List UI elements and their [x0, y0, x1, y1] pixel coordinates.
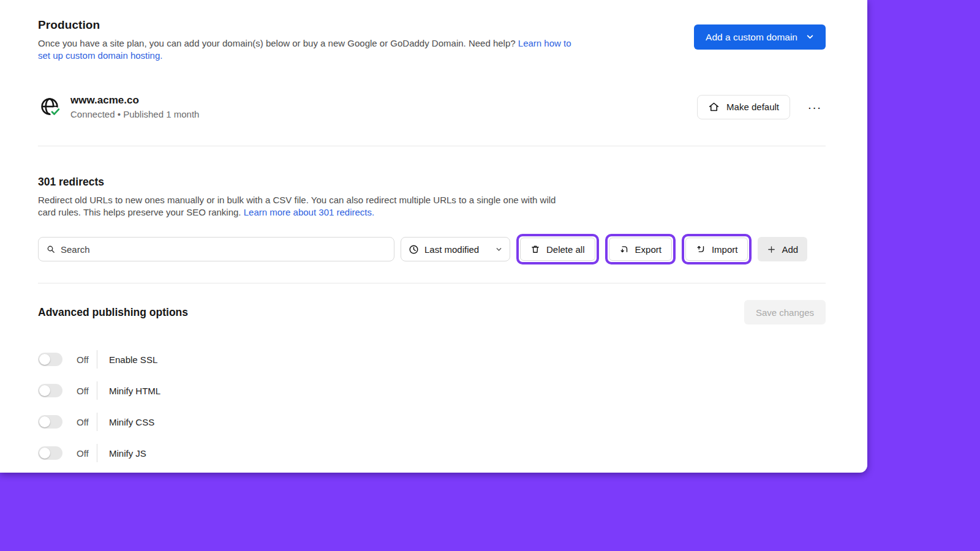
toggle-knob — [39, 385, 50, 396]
redirects-toolbar: Last modified Delete all Export — [38, 234, 826, 264]
chevron-down-icon — [806, 33, 814, 41]
toggle-separator — [97, 350, 97, 369]
import-button[interactable]: Import — [685, 238, 748, 261]
minify-js-toggle[interactable] — [38, 446, 62, 460]
export-arrow-icon — [619, 244, 629, 254]
toggle-knob — [39, 416, 50, 427]
domain-actions: Make default ··· — [697, 95, 826, 119]
export-label: Export — [635, 244, 662, 255]
toggle-separator — [97, 381, 97, 400]
import-arrow-icon — [696, 244, 706, 254]
chevron-down-icon — [496, 246, 502, 253]
toggle-label: Enable SSL — [109, 354, 157, 365]
domain-info: www.acme.co Connected • Published 1 mont… — [70, 94, 199, 119]
sort-dropdown[interactable]: Last modified — [401, 237, 510, 261]
make-default-button[interactable]: Make default — [697, 95, 790, 119]
delete-all-label: Delete all — [546, 244, 585, 255]
domain-name: www.acme.co — [70, 94, 199, 107]
add-custom-domain-button[interactable]: Add a custom domain — [694, 24, 826, 50]
production-description-text: Once you have a site plan, you can add y… — [38, 38, 518, 48]
enable-ssl-toggle[interactable] — [38, 353, 62, 366]
import-label: Import — [712, 244, 738, 255]
search-icon — [46, 244, 56, 254]
more-options-icon[interactable]: ··· — [804, 95, 826, 119]
toggle-label: Minify HTML — [109, 386, 160, 396]
minify-html-toggle[interactable] — [38, 384, 62, 397]
advanced-header: Advanced publishing options Save changes — [38, 300, 826, 324]
search-input[interactable] — [61, 244, 386, 255]
highlight-ring-delete-all: Delete all — [516, 234, 599, 264]
sort-dropdown-label: Last modified — [424, 244, 479, 255]
toggle-separator — [97, 444, 97, 462]
page-title: Production — [38, 18, 583, 32]
toggle-row-enable-ssl: Off Enable SSL — [38, 352, 826, 367]
toggle-row-minify-css: Off Minify CSS — [38, 414, 826, 429]
advanced-title: Advanced publishing options — [38, 306, 188, 319]
add-custom-domain-label: Add a custom domain — [706, 32, 797, 43]
toggle-state: Off — [77, 417, 90, 427]
section-divider — [38, 283, 826, 283]
advanced-toggles: Off Enable SSL Off Minify HTML Off Minif… — [38, 352, 826, 460]
toggle-separator — [97, 413, 97, 431]
redirects-description: Redirect old URLs to new ones manually o… — [38, 194, 570, 218]
highlight-ring-export: Export — [605, 234, 676, 264]
search-box — [38, 237, 394, 261]
plus-icon — [767, 245, 776, 254]
delete-all-button[interactable]: Delete all — [520, 238, 595, 261]
save-changes-button[interactable]: Save changes — [744, 300, 826, 324]
redirects-title: 301 redirects — [38, 176, 826, 189]
production-header: Production Once you have a site plan, yo… — [38, 0, 826, 61]
domain-status: Connected • Published 1 month — [70, 109, 199, 119]
add-redirect-button[interactable]: Add — [758, 237, 807, 261]
domain-row: www.acme.co Connected • Published 1 mont… — [38, 94, 826, 119]
make-default-label: Make default — [726, 102, 779, 112]
add-redirect-label: Add — [782, 244, 798, 255]
section-divider — [38, 146, 826, 146]
toggle-knob — [39, 354, 50, 365]
settings-panel: Production Once you have a site plan, yo… — [0, 0, 867, 473]
globe-connected-icon — [38, 95, 62, 119]
redirects-learn-link[interactable]: Learn more about 301 redirects. — [244, 207, 374, 217]
redirects-section: 301 redirects Redirect old URLs to new o… — [38, 176, 826, 264]
production-header-text: Production Once you have a site plan, yo… — [38, 18, 583, 61]
export-button[interactable]: Export — [609, 238, 672, 261]
toggle-label: Minify CSS — [109, 417, 154, 427]
home-icon — [708, 101, 720, 113]
toggle-label: Minify JS — [109, 448, 146, 459]
toggle-row-minify-js: Off Minify JS — [38, 446, 826, 460]
clock-icon — [409, 244, 419, 255]
production-description: Once you have a site plan, you can add y… — [38, 37, 583, 61]
toggle-state: Off — [77, 386, 90, 396]
toggle-row-minify-html: Off Minify HTML — [38, 383, 826, 398]
minify-css-toggle[interactable] — [38, 415, 62, 429]
toggle-state: Off — [77, 448, 90, 459]
trash-icon — [530, 244, 540, 254]
toggle-knob — [39, 448, 50, 459]
toggle-state: Off — [77, 354, 90, 365]
highlight-ring-import: Import — [682, 234, 752, 264]
